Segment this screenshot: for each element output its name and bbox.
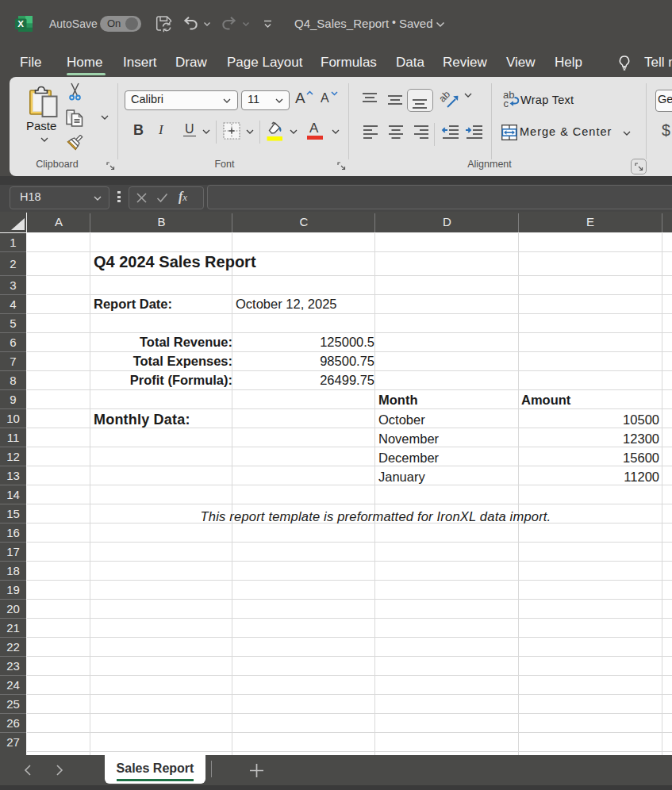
svg-text:ab: ab [440, 89, 452, 105]
svg-text:c: c [504, 98, 509, 109]
svg-text:X: X [17, 19, 24, 29]
